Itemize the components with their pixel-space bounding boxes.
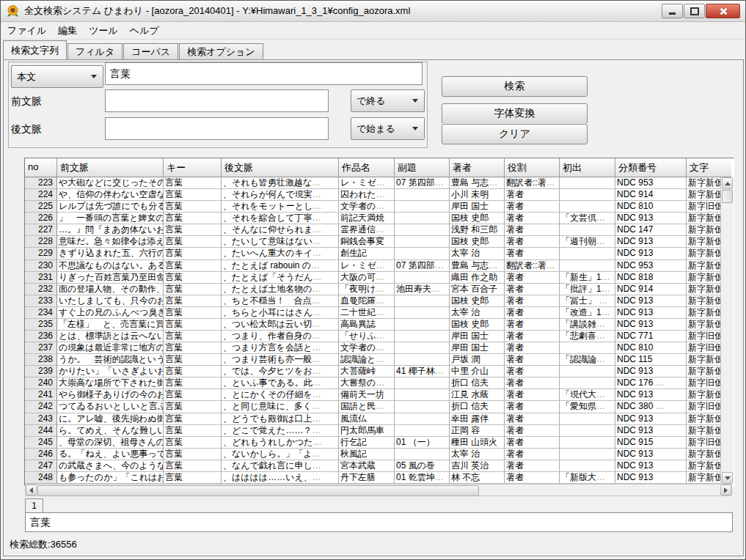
table-row[interactable]: 237の現象は最近非常に地方の言葉、つまり方言を会話と…文学者の…岸田 国士著者… [25,342,734,354]
cell-role: 著者 [505,366,560,377]
column-header-role[interactable]: 役割 [505,158,560,177]
cell-prev-context: の武蔵さまへ、今のような [57,460,164,472]
prev-context-mode-select[interactable]: で終る [351,89,425,112]
tab-corpus[interactable]: コーパス [123,43,178,59]
cell-subtitle: 池田寿夫… [395,284,450,295]
table-row[interactable]: 238うか。 芸術的認識という言葉、つまり芸術も亦一般…認識論と…戸坂 潤著者「… [25,354,734,366]
next-context-input[interactable] [105,117,329,140]
title-bar[interactable]: 全文検索システム ひまわり - [aozora_20140401] - Y:¥H… [1,1,745,22]
table-row[interactable]: 226」 一番頭の言葉と婢女の言葉、それを綜合して丁寧…前記天満焼国枝 史郎著者… [25,213,734,224]
column-header-key[interactable]: キー [164,158,222,177]
cell-no: 247 [25,460,57,472]
cell-ndc-number: NDC 913 [615,449,687,460]
table-row[interactable]: 234すぐ上の兄のふんべつ臭き言葉、ちらと小耳にはさん…二十世紀…太宰 治著者「… [25,307,734,319]
truncation-ellipsis: … [546,260,556,270]
menu-edit[interactable]: 編集 [52,22,83,40]
horizontal-scroll-thumb[interactable] [37,485,479,496]
table-row[interactable]: 239かりたい」「いさぎよいお言葉、では、今夕ヒツをお…大菩薩峠41 椰子林…中… [25,366,734,377]
cell-author: 岸田 国士 [450,342,505,354]
table-row[interactable]: 229きずり込まれた五、六行の言葉、たいへん重大のキイ…創生記太宰 治著者NDC… [25,248,734,259]
tab-search-string[interactable]: 検索文字列 [3,40,67,59]
cell-role: 著者 [505,331,560,342]
search-tab-panel: 本文 前文脈 で終る 後文脈 で始まる 検索 字体変換 クリア no前文脈キー後… [3,59,744,556]
column-header-work-title[interactable]: 作品名 [339,158,395,177]
minimize-button[interactable] [662,4,683,18]
table-row[interactable]: 231りぎった百姓言葉乃至田舎言葉、たとえば「そうだん…大阪の可…織田 作之助著… [25,272,734,284]
cell-first-publication [560,425,615,437]
column-header-author[interactable]: 著者 [450,158,505,177]
scroll-up-button[interactable] [722,177,733,189]
table-row[interactable]: 236とは、標準語とは云へない言葉、つまり、作者自身の…「せりふ…岸田 国士著者… [25,331,734,342]
table-row[interactable]: 248も参ったのか」「これはお言葉、はははは……いえ、…丹下左膳01 乾雲坤…林… [25,472,734,484]
cell-key: 言葉 [164,449,222,460]
table-row[interactable]: 233いたしましても、只今のお言葉、ちと不穏当！ 合点…血曼陀羅…国枝 史郎著者… [25,295,734,307]
column-header-subtitle[interactable]: 副題 [395,158,450,177]
table-row[interactable]: 224や、信仰の伴わない空虚な言葉、それらが何んで現実…囚われた…小川 未明著者… [25,189,734,201]
cell-ndc-number: NDC 913 [615,413,687,425]
result-page-tab[interactable]: 1 [25,498,43,513]
close-icon [719,7,727,15]
table-row[interactable]: 235「左様」 と、売言葉に買言葉、つい松太郎は云い切…高島異誌国枝 史郎著者「… [25,319,734,331]
column-header-next-context[interactable]: 後文脈 [222,158,339,177]
cell-first-publication [560,449,615,460]
clear-button[interactable]: クリア [442,124,588,144]
table-row[interactable]: 245、母堂の深切、祖母さんの言葉、どれもうれしかつた…行乞記01 （一）種田 … [25,437,734,449]
column-header-no[interactable]: no [25,158,57,177]
column-header-ndc-number[interactable]: 分類番号 [615,158,687,177]
column-header-prev-context[interactable]: 前文脈 [57,158,164,177]
column-header-first-publication[interactable]: 初出 [560,158,615,177]
scroll-left-button[interactable] [26,485,37,495]
table-row[interactable]: 242つてゐるおいとしいと言ふ言葉、と同じ意味に、多く…国語と民…折口 信夫著者… [25,401,734,413]
scroll-down-button[interactable] [722,472,733,484]
cell-key: 言葉 [164,472,222,484]
glyph-convert-button[interactable]: 字体変換 [442,103,588,124]
truncation-ellipsis: … [596,319,606,329]
cell-prev-context: 不思議なものはない。ある [57,260,164,272]
cell-key: 言葉 [164,284,222,295]
tab-filter[interactable]: フィルタ [67,43,122,59]
vertical-scroll-thumb[interactable] [722,190,733,203]
table-row[interactable]: 228意味だ。急々如律令は添え言葉、たいして意味はない…銅銭会事変国枝 史郎著者… [25,236,734,248]
next-context-mode-select[interactable]: で始まる [351,117,425,140]
cell-author: 太宰 治 [450,307,505,319]
table-row[interactable]: 232面の登場人物、その動作、言葉、たとえば土地名物の…「夜明け…池田寿夫…宮本… [25,284,734,295]
cell-no: 245 [25,437,57,449]
table-row[interactable]: 243に。アレ嘘、後先揃わぬ御言葉、どうでも殿御は口上…風流仏幸田 露伴著者ND… [25,413,734,425]
prev-context-input[interactable] [105,89,329,112]
horizontal-scrollbar[interactable] [25,484,732,496]
table-row[interactable]: 240大崇高な場所で下された御言葉、といふ事である。此…大嘗祭の…折口 信夫著者… [25,377,734,389]
table-row[interactable]: 246る。「ねえ、よい悪事って言葉、ないかしら。」「よ…秋風記太宰 治著者NDC… [25,449,734,460]
cell-work-title: 大菩薩峠 [339,366,395,377]
menu-tools[interactable]: ツール [83,22,124,40]
cell-role: 著者 [505,248,560,259]
close-button[interactable] [706,4,740,18]
cell-no: 237 [25,342,57,354]
cell-next-context: 、それを綜合して丁寧… [222,213,339,224]
cell-subtitle [395,425,450,437]
tab-search-options[interactable]: 検索オプション [179,43,263,59]
search-target-select[interactable]: 本文 [11,65,103,88]
table-row[interactable]: 230不思議なものはない。ある言葉、たとえば rabouin の…レ・ミゼ…07… [25,260,734,272]
query-input[interactable] [105,62,423,85]
column-header-charset[interactable]: 文字 [687,158,731,177]
menu-help[interactable]: ヘルプ [124,22,165,40]
table-row[interactable]: 227…。』問『まあ勿体ないお言葉、そんなに仰せられま…霊界通信…浅野 和三郎著… [25,224,734,236]
truncation-ellipsis: … [312,389,322,399]
vertical-scrollbar[interactable] [720,177,734,484]
truncation-ellipsis: … [311,260,321,270]
truncation-ellipsis: … [312,224,322,235]
selection-preview-field[interactable] [25,512,733,532]
table-row[interactable]: 225レルブは先づ誰にでも分る言葉、それをモットーとし…文学者の…岸田 国士著者… [25,201,734,213]
cell-role: 著者 [505,460,560,472]
cell-no: 240 [25,377,57,389]
menu-file[interactable]: ファイル [1,22,52,40]
table-row[interactable]: 247の武蔵さまへ、今のような言葉、なんで戯れ言に申し…宮本武蔵05 風の巻吉川… [25,460,734,472]
scroll-right-button[interactable] [720,485,731,495]
cell-work-title: 「せりふ… [339,331,395,342]
table-row[interactable]: 223や大砲などに交じったその言葉、それも皆勇壮激越な…レ・ミゼ…07 第四部…… [25,177,734,189]
search-button[interactable]: 検索 [442,76,588,97]
cell-subtitle: 07 第四部… [395,177,450,189]
maximize-button[interactable] [684,4,705,18]
table-row[interactable]: 241やら御様子ありげの今のお言葉、とにかくその仔細を…備前天一坊江見 水蔭著者… [25,389,734,401]
table-row[interactable]: 244ら。てめえ、そんな難しい言葉、どこで覚えた……？…円太郎馬車正岡 容著者N… [25,425,734,437]
